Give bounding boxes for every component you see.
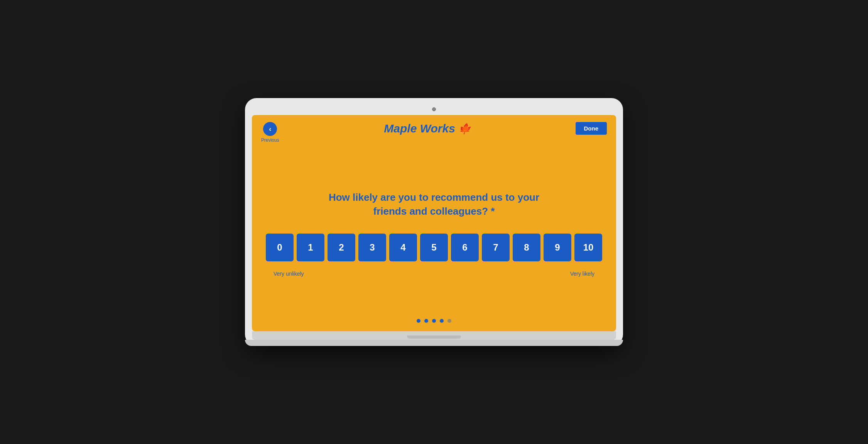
pagination-dot-0 [417, 319, 420, 323]
brand-name: Maple Works [384, 122, 455, 135]
survey-body: How likely are you to recommend us to yo… [252, 147, 616, 313]
nps-option-0[interactable]: 0 [266, 234, 294, 261]
laptop-screen: ‹ Previous Maple Works 🍁 Done How likely… [252, 115, 616, 331]
nps-scale: 012345678910 [266, 234, 602, 261]
pagination-dot-2 [432, 319, 436, 323]
nps-label-likely: Very likely [570, 271, 594, 277]
laptop-hinge [407, 336, 461, 339]
brand-title-area: Maple Works 🍁 [279, 122, 576, 135]
pagination-dots [252, 313, 616, 331]
nps-option-6[interactable]: 6 [451, 234, 479, 261]
maple-leaf-icon: 🍁 [458, 123, 471, 135]
pagination-dot-1 [424, 319, 428, 323]
pagination-dot-4 [448, 319, 451, 323]
survey-container: ‹ Previous Maple Works 🍁 Done How likely… [252, 115, 616, 331]
laptop-frame: ‹ Previous Maple Works 🍁 Done How likely… [245, 98, 623, 346]
nps-option-2[interactable]: 2 [328, 234, 355, 261]
nps-option-1[interactable]: 1 [297, 234, 324, 261]
nps-option-8[interactable]: 8 [513, 234, 540, 261]
previous-button[interactable]: ‹ Previous [261, 122, 279, 143]
laptop-base [245, 340, 623, 346]
nps-option-9[interactable]: 9 [544, 234, 571, 261]
laptop-bottom [252, 331, 616, 340]
nps-option-10[interactable]: 10 [574, 234, 602, 261]
camera-dot [432, 107, 436, 111]
nps-option-4[interactable]: 4 [389, 234, 417, 261]
previous-circle-icon: ‹ [263, 122, 277, 136]
nps-option-7[interactable]: 7 [482, 234, 510, 261]
previous-label: Previous [261, 137, 279, 143]
brand-title: Maple Works 🍁 [384, 122, 471, 135]
done-button[interactable]: Done [576, 122, 607, 135]
nps-labels: Very unlikely Very likely [272, 271, 596, 277]
nps-label-unlikely: Very unlikely [274, 271, 304, 277]
nps-option-5[interactable]: 5 [420, 234, 448, 261]
pagination-dot-3 [440, 319, 444, 323]
survey-header: ‹ Previous Maple Works 🍁 Done [252, 115, 616, 147]
nps-option-3[interactable]: 3 [358, 234, 386, 261]
camera-bar [252, 105, 616, 115]
survey-question: How likely are you to recommend us to yo… [311, 190, 557, 219]
